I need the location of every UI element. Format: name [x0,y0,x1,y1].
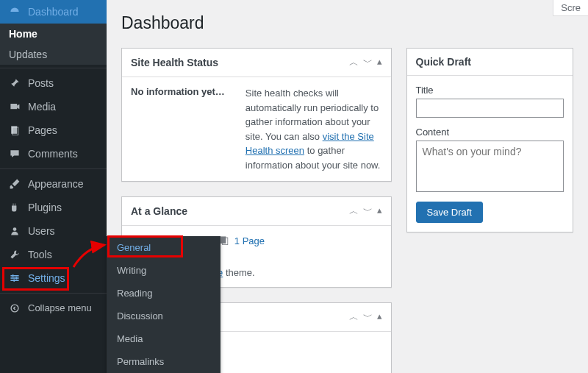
sidebar-label: Settings [28,272,65,284]
sidebar-label: Media [28,101,56,113]
pin-icon [7,77,22,89]
sidebar-subitem-home[interactable]: Home [0,24,107,44]
flyout-item-reading[interactable]: Reading [107,282,220,305]
sidebar-item-pages[interactable]: Pages [0,118,107,142]
chevron-up-icon[interactable]: ︿ [349,56,359,69]
svg-rect-8 [12,274,14,277]
save-draft-button[interactable]: Save Draft [416,202,483,223]
sidebar-label: Posts [28,77,54,89]
sidebar-item-comments[interactable]: Comments [0,142,107,166]
users-icon [7,225,22,237]
site-health-widget: Site Health Status ︿ ﹀ ▴ No information … [121,48,392,182]
sidebar-label: Pages [28,124,57,136]
site-health-status-text: No information yet… [131,86,225,172]
glance-page-link[interactable]: 1 Page [218,235,265,246]
sidebar-label: Collapse menu [28,302,92,313]
widget-title: Site Health Status [131,57,349,68]
widget-title: At a Glance [131,205,349,217]
settings-icon [7,272,22,284]
svg-rect-0 [14,8,15,12]
svg-rect-9 [16,277,18,279]
draft-title-label: Title [416,85,564,96]
svg-rect-5 [10,275,18,277]
collapse-icon [7,303,22,313]
page-title: Dashboard [121,13,573,33]
flyout-item-general[interactable]: General [107,236,220,259]
flyout-item-permalinks[interactable]: Permalinks [107,350,220,373]
screen-options-button[interactable]: Scre [553,0,588,16]
sidebar-item-tools[interactable]: Tools [0,243,107,266]
quick-draft-widget: Quick Draft Title Content Save Draft [406,48,574,232]
sidebar-item-settings[interactable]: Settings [0,266,107,290]
tools-icon [7,249,22,260]
sidebar-collapse-button[interactable]: Collapse menu [0,296,107,319]
sidebar-label: Tools [28,249,52,260]
sidebar-subitem-updates[interactable]: Updates [0,44,107,65]
separator [0,168,107,169]
widget-title: Quick Draft [416,56,564,68]
svg-rect-10 [13,280,15,282]
svg-rect-6 [10,277,18,279]
sidebar-item-posts[interactable]: Posts [0,71,107,95]
sidebar-label: Appearance [28,178,84,190]
sidebar-label: Comments [28,148,78,160]
sidebar-item-media[interactable]: Media [0,95,107,118]
sidebar-submenu-dashboard: Home Updates [0,24,107,65]
sidebar-item-dashboard[interactable]: Dashboard [0,0,107,24]
separator [0,68,107,68]
sidebar-label: Plugins [28,202,62,213]
sidebar-label: Users [28,225,55,237]
sidebar-item-users[interactable]: Users [0,219,107,243]
svg-point-11 [11,305,18,312]
flyout-item-writing[interactable]: Writing [107,259,220,282]
draft-content-textarea[interactable] [416,141,564,192]
sidebar-item-plugins[interactable]: Plugins [0,196,107,219]
dashboard-icon [7,6,22,18]
settings-flyout-menu: General Writing Reading Discussion Media… [107,236,220,373]
brush-icon [7,178,22,190]
flyout-item-discussion[interactable]: Discussion [107,305,220,327]
comments-icon [7,148,22,160]
svg-point-4 [13,227,17,231]
chevron-down-icon[interactable]: ﹀ [363,205,373,218]
chevron-up-icon[interactable]: ︿ [349,205,359,218]
flyout-item-media[interactable]: Media [107,327,220,350]
chevron-up-icon[interactable]: ︿ [349,310,359,324]
draft-title-input[interactable] [416,99,564,118]
caret-up-icon[interactable]: ▴ [377,310,382,324]
caret-up-icon[interactable]: ▴ [377,205,382,218]
draft-content-label: Content [416,127,564,138]
media-icon [7,101,22,113]
chevron-down-icon[interactable]: ﹀ [363,56,373,69]
caret-up-icon[interactable]: ▴ [377,56,382,69]
chevron-down-icon[interactable]: ﹀ [363,310,373,324]
admin-sidebar: Dashboard Home Updates Posts Media Pages… [0,0,107,373]
plugin-icon [7,202,22,213]
sidebar-label: Dashboard [28,6,79,18]
site-health-message: Site health checks will automatically ru… [245,86,382,172]
svg-rect-1 [10,104,17,109]
pages-icon [7,124,22,136]
sidebar-item-appearance[interactable]: Appearance [0,172,107,196]
separator [0,293,107,294]
